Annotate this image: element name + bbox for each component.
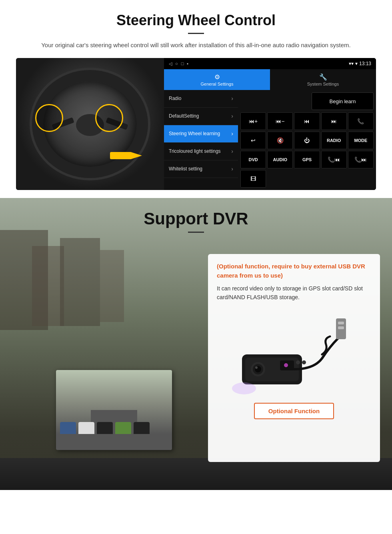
svg-point-7 bbox=[296, 360, 300, 364]
svg-rect-10 bbox=[338, 322, 344, 324]
menu-item-whitelist[interactable]: Whitelist setting › bbox=[164, 160, 238, 178]
tab-general-settings[interactable]: ⚙ General Settings bbox=[164, 69, 270, 90]
status-left-icons: ◁ ○ □ ▪ bbox=[169, 61, 188, 66]
highlight-circle-left bbox=[35, 104, 63, 132]
building-4 bbox=[100, 250, 124, 322]
steering-subtitle: Your original car's steering wheel contr… bbox=[32, 40, 360, 50]
car-2 bbox=[78, 422, 94, 434]
title-divider bbox=[188, 33, 204, 34]
chevron-right-icon: › bbox=[231, 112, 233, 120]
gear-icon: ⚙ bbox=[214, 73, 220, 81]
menu-icon: ▪ bbox=[187, 61, 188, 66]
audio-button[interactable]: AUDIO bbox=[267, 151, 293, 168]
controls-row-1: ⏮+ ⏮− ⏮ ⏭ 📞 bbox=[240, 112, 374, 130]
power-button[interactable]: ⏻ bbox=[294, 132, 320, 149]
svg-rect-11 bbox=[338, 326, 344, 329]
back-icon: ◁ bbox=[169, 61, 172, 66]
dvr-description: It can record video only to storage in G… bbox=[217, 284, 371, 302]
controls-row-3: DVD AUDIO GPS 📞⏮ 📞⏭ bbox=[240, 151, 374, 168]
chevron-right-icon: › bbox=[231, 148, 233, 155]
mode-button[interactable]: MODE bbox=[348, 132, 374, 149]
begin-learn-button[interactable]: Begin learn bbox=[312, 92, 374, 110]
menu-item-tricoloured[interactable]: Tricoloured light settings › bbox=[164, 143, 238, 160]
phone-button[interactable]: 📞 bbox=[348, 112, 374, 130]
signal-icon: ▾▾ bbox=[349, 61, 354, 66]
menu-tricoloured-label: Tricoloured light settings bbox=[169, 148, 221, 155]
dvd-button[interactable]: DVD bbox=[240, 151, 266, 168]
controls-row-4: 🎞 bbox=[240, 170, 374, 188]
svg-point-8 bbox=[302, 360, 306, 364]
menu-steering-label: Steering Wheel learning bbox=[169, 131, 220, 137]
highlight-circle-right bbox=[95, 104, 123, 132]
dvr-title-area: Support DVR bbox=[0, 198, 392, 233]
chevron-right-icon: › bbox=[231, 130, 233, 137]
tab-system-settings[interactable]: 🔧 System Settings bbox=[270, 69, 376, 90]
status-bar: ◁ ○ □ ▪ ▾▾ ▾ 13:13 bbox=[164, 58, 376, 69]
arrow-body bbox=[110, 152, 142, 159]
menu-list: Radio › DefaultSetting › Steering Wheel … bbox=[164, 90, 238, 190]
building-3 bbox=[60, 238, 100, 326]
svg-point-5 bbox=[255, 366, 258, 369]
steering-photo bbox=[16, 58, 164, 190]
svg-point-13 bbox=[232, 382, 256, 394]
menu-item-steering-wheel[interactable]: Steering Wheel learning › bbox=[164, 125, 238, 143]
svg-point-12 bbox=[284, 363, 288, 367]
status-time: 13:13 bbox=[359, 61, 371, 66]
chevron-right-icon: › bbox=[231, 165, 233, 172]
mute-button[interactable]: 🔇 bbox=[267, 132, 293, 149]
settings-ui: ◁ ○ □ ▪ ▾▾ ▾ 13:13 ⚙ General Settings bbox=[164, 58, 376, 190]
vol-up-button[interactable]: ⏮+ bbox=[240, 112, 266, 130]
next-track-button[interactable]: ⏭ bbox=[321, 112, 347, 130]
optional-function-button[interactable]: Optional Function bbox=[254, 403, 334, 419]
controls-row-2: ↩ 🔇 ⏻ RADIO MODE bbox=[240, 132, 374, 149]
system-icon: 🔧 bbox=[319, 73, 327, 81]
wifi-icon: ▾ bbox=[355, 61, 358, 66]
cars-row bbox=[60, 410, 168, 434]
dvr-camera-svg bbox=[218, 310, 370, 394]
tab-system-label: System Settings bbox=[307, 82, 339, 86]
dvr-optional-text: (Optional function, require to buy exter… bbox=[217, 262, 371, 280]
car-3 bbox=[97, 422, 113, 434]
begin-learn-row: Begin learn bbox=[240, 92, 374, 110]
phone-prev-button[interactable]: 📞⏮ bbox=[321, 151, 347, 168]
menu-radio-label: Radio bbox=[169, 96, 181, 102]
prev-track-button[interactable]: ⏮ bbox=[294, 112, 320, 130]
recents-icon: □ bbox=[181, 61, 184, 66]
yellow-arrow bbox=[110, 144, 150, 168]
home-icon: ○ bbox=[175, 61, 178, 66]
phone-next-button[interactable]: 📞⏭ bbox=[348, 151, 374, 168]
tab-bar: ⚙ General Settings 🔧 System Settings bbox=[164, 69, 376, 90]
menu-item-radio[interactable]: Radio › bbox=[164, 90, 238, 108]
chevron-right-icon: › bbox=[231, 95, 233, 102]
menu-whitelist-label: Whitelist setting bbox=[169, 166, 202, 172]
dvr-info-card: (Optional function, require to buy exter… bbox=[208, 254, 380, 462]
dvr-divider bbox=[188, 232, 204, 233]
building-2 bbox=[32, 246, 64, 326]
steering-section: Steering Wheel Control Your original car… bbox=[0, 0, 392, 198]
radio-mode-button[interactable]: RADIO bbox=[321, 132, 347, 149]
dvr-title: Support DVR bbox=[0, 209, 392, 228]
dashboard-area bbox=[0, 458, 392, 490]
menu-item-default-setting[interactable]: DefaultSetting › bbox=[164, 108, 238, 125]
hang-up-button[interactable]: ↩ bbox=[240, 132, 266, 149]
dvr-inset-preview bbox=[56, 370, 172, 450]
gps-button[interactable]: GPS bbox=[294, 151, 320, 168]
steering-wheel-image bbox=[16, 58, 164, 190]
car-1 bbox=[60, 422, 76, 434]
dvr-section: Support DVR (Optional function, require … bbox=[0, 198, 392, 490]
status-right: ▾▾ ▾ 13:13 bbox=[349, 61, 371, 66]
steering-title: Steering Wheel Control bbox=[16, 12, 376, 29]
steering-composite: ◁ ○ □ ▪ ▾▾ ▾ 13:13 ⚙ General Settings bbox=[16, 58, 376, 190]
dvr-camera-illustration bbox=[217, 308, 371, 396]
controls-panel: Begin learn ⏮+ ⏮− ⏮ ⏭ 📞 ↩ 🔇 ⏻ bbox=[238, 90, 376, 190]
settings-main: Radio › DefaultSetting › Steering Wheel … bbox=[164, 90, 376, 190]
car-4 bbox=[115, 422, 131, 434]
car-5 bbox=[134, 422, 150, 434]
vol-down-button[interactable]: ⏮− bbox=[267, 112, 293, 130]
menu-default-label: DefaultSetting bbox=[169, 113, 199, 120]
tab-general-label: General Settings bbox=[201, 82, 234, 86]
extra-button[interactable]: 🎞 bbox=[240, 170, 266, 188]
